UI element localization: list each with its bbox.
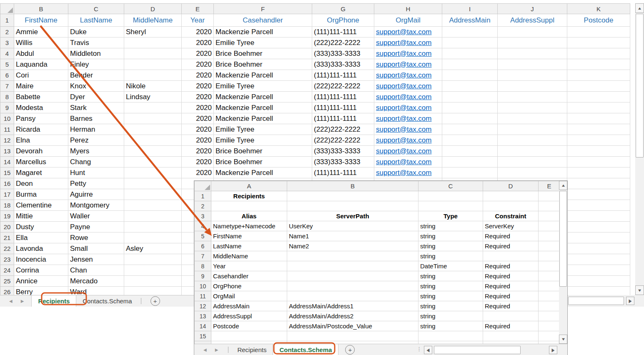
- cell-postcode[interactable]: [567, 189, 630, 200]
- cell-year[interactable]: 2020: [182, 38, 214, 48]
- row-number[interactable]: 24: [0, 265, 14, 276]
- cell-orgphone[interactable]: (333)333-3333: [312, 48, 374, 59]
- row-number[interactable]: 5: [195, 231, 211, 241]
- cell-firstname[interactable]: Ammie: [14, 27, 68, 38]
- cell-alias[interactable]: MiddleName: [211, 251, 287, 261]
- cell-middlename[interactable]: [124, 265, 182, 276]
- header-constraint[interactable]: Constraint: [483, 211, 539, 221]
- cell-serverpath[interactable]: AddressMain/Address2: [287, 311, 418, 321]
- cell-firstname[interactable]: Maire: [14, 81, 68, 92]
- cell-orgphone[interactable]: (222)222-2222: [312, 81, 374, 92]
- tab-recipients[interactable]: Recipients: [31, 295, 76, 307]
- cell-empty[interactable]: [539, 191, 560, 201]
- cell-firstname[interactable]: Magaret: [14, 168, 68, 178]
- row-number[interactable]: 23: [0, 254, 14, 265]
- cell-middlename[interactable]: [124, 70, 182, 81]
- cell-empty[interactable]: [539, 291, 560, 301]
- cell-type[interactable]: string: [418, 241, 483, 251]
- cell-type[interactable]: string: [418, 301, 483, 311]
- row-number[interactable]: 4: [195, 221, 211, 231]
- cell-type[interactable]: string: [418, 251, 483, 261]
- cell-orgphone[interactable]: (333)333-3333: [312, 146, 374, 157]
- cell-casehandler[interactable]: Mackenzie Parcell: [214, 113, 312, 124]
- row-number[interactable]: 7: [0, 81, 14, 92]
- cell-year[interactable]: 2020: [182, 48, 214, 59]
- sheet-nav-left-icon[interactable]: ◀: [203, 348, 207, 352]
- cell-orgphone[interactable]: (222)222-2222: [312, 124, 374, 135]
- header-alias[interactable]: Alias: [211, 211, 287, 221]
- cell-constraint[interactable]: Required: [483, 261, 539, 271]
- cell-empty[interactable]: [418, 201, 483, 211]
- cell-middlename[interactable]: [124, 157, 182, 168]
- cell-constraint[interactable]: Required: [483, 271, 539, 281]
- cell-orgmail-link[interactable]: support@tax.com: [374, 113, 442, 124]
- cell-firstname[interactable]: Lavonda: [14, 243, 68, 254]
- cell-firstname[interactable]: Annice: [14, 276, 68, 287]
- cell-casehandler[interactable]: Brice Boehmer: [214, 48, 312, 59]
- cell-addresssuppl[interactable]: [498, 102, 567, 113]
- cell-lastname[interactable]: Rowe: [68, 232, 124, 243]
- cell-serverpath[interactable]: [287, 251, 418, 261]
- cell-addresssuppl[interactable]: [498, 38, 567, 48]
- cell-addresssuppl[interactable]: [498, 81, 567, 92]
- cell-casehandler[interactable]: Emilie Tyree: [214, 124, 312, 135]
- cell-year[interactable]: 2020: [182, 70, 214, 81]
- cell-orgphone[interactable]: (111)111-1111: [312, 168, 374, 178]
- column-header[interactable]: H: [374, 4, 442, 14]
- cell-alias[interactable]: Nametype+Namecode: [211, 221, 287, 231]
- cell-orgmail-link[interactable]: support@tax.com: [374, 124, 442, 135]
- cell-alias[interactable]: FirstName: [211, 231, 287, 241]
- cell-middlename[interactable]: [124, 102, 182, 113]
- row-number[interactable]: 10: [0, 113, 14, 124]
- row-number[interactable]: 8: [0, 92, 14, 102]
- cell-empty[interactable]: [483, 331, 539, 341]
- scroll-down-button[interactable]: ▼: [635, 285, 644, 295]
- cell-firstname[interactable]: Laquanda: [14, 59, 68, 70]
- row-number[interactable]: 6: [0, 70, 14, 81]
- cell-middlename[interactable]: Nikole: [124, 81, 182, 92]
- cell-orgmail-link[interactable]: support@tax.com: [374, 168, 442, 178]
- cell-empty[interactable]: [539, 201, 560, 211]
- cell-empty[interactable]: [539, 251, 560, 261]
- add-sheet-button[interactable]: +: [345, 345, 355, 355]
- tab-scrollbar-grip[interactable]: ⋮: [416, 346, 422, 352]
- cell-orgphone[interactable]: (111)111-1111: [312, 27, 374, 38]
- cell-firstname[interactable]: Burma: [14, 189, 68, 200]
- cell-casehandler[interactable]: Mackenzie Parcell: [214, 102, 312, 113]
- row-number[interactable]: 7: [195, 251, 211, 261]
- cell-empty[interactable]: [539, 221, 560, 231]
- cell-addresssuppl[interactable]: [498, 157, 567, 168]
- select-all-corner[interactable]: [0, 4, 14, 14]
- row-number[interactable]: 14: [195, 321, 211, 331]
- cell-year[interactable]: 2020: [182, 135, 214, 146]
- cell-orgmail-link[interactable]: support@tax.com: [374, 48, 442, 59]
- column-header[interactable]: B: [287, 181, 418, 191]
- cell-orgmail-link[interactable]: support@tax.com: [374, 146, 442, 157]
- cell-casehandler[interactable]: Brice Boehmer: [214, 146, 312, 157]
- cell-year[interactable]: 2020: [182, 168, 214, 178]
- cell-firstname[interactable]: Corrina: [14, 265, 68, 276]
- cell-addresssuppl[interactable]: [498, 27, 567, 38]
- cell-addressmain[interactable]: [442, 135, 498, 146]
- row-number[interactable]: 20: [0, 222, 14, 232]
- cell-empty[interactable]: [539, 301, 560, 311]
- cell-lastname[interactable]: Chang: [68, 157, 124, 168]
- cell-middlename[interactable]: [124, 276, 182, 287]
- row-number[interactable]: 17: [0, 189, 14, 200]
- cell-orgmail-link[interactable]: support@tax.com: [374, 27, 442, 38]
- cell-postcode[interactable]: [567, 113, 630, 124]
- cell-addresssuppl[interactable]: [498, 146, 567, 157]
- cell-empty[interactable]: [418, 191, 483, 201]
- cell-lastname[interactable]: Small: [68, 243, 124, 254]
- column-header[interactable]: A: [211, 181, 287, 191]
- cell-addresssuppl[interactable]: [498, 168, 567, 178]
- cell-firstname[interactable]: Abdul: [14, 48, 68, 59]
- header-cell[interactable]: Postcode: [567, 14, 630, 27]
- cell-type[interactable]: string: [418, 291, 483, 301]
- cell-firstname[interactable]: Marcellus: [14, 157, 68, 168]
- cell-constraint[interactable]: Required: [483, 301, 539, 311]
- column-header[interactable]: E: [182, 4, 214, 14]
- cell-firstname[interactable]: Ricarda: [14, 124, 68, 135]
- cell-year[interactable]: 2020: [182, 27, 214, 38]
- cell-postcode[interactable]: [567, 265, 630, 276]
